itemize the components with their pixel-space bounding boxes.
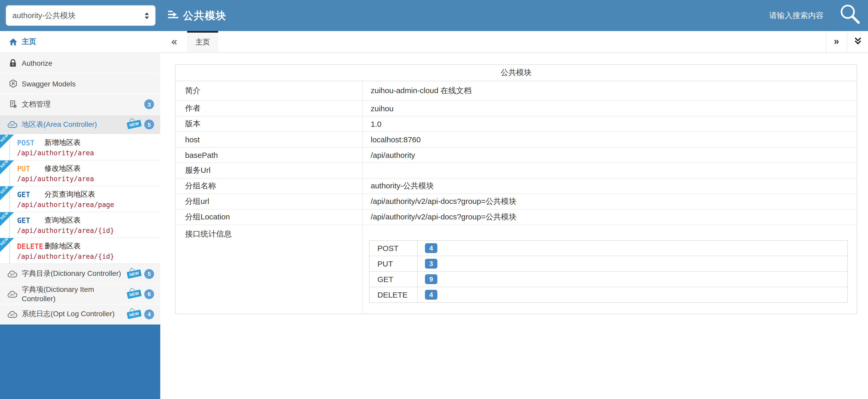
search-input[interactable]: 请输入搜索内容 <box>769 10 824 21</box>
indent-arrow-icon <box>167 9 179 22</box>
method-stats-table: POST 4 PUT 3 GET 9 DELETE <box>369 240 848 303</box>
count-badge: 4 <box>144 309 154 319</box>
sidebar-item-label: Authorize <box>22 59 160 67</box>
endpoint-put-edit-area[interactable]: NEW PUT 修改地区表 /api/authority/area <box>0 161 160 186</box>
row-label: 服务Url <box>176 163 363 178</box>
stats-count-badge: 4 <box>425 243 437 253</box>
group-select-value: authority-公共模块 <box>12 10 142 21</box>
tab-bar: « 主页 » <box>160 31 868 53</box>
svg-text:API: API <box>10 313 14 316</box>
row-label: 作者 <box>176 101 363 116</box>
app-title-wrap: 公共模块 <box>167 8 226 23</box>
sidebar-item-label: 系统日志(Opt Log Controller) <box>22 310 127 319</box>
sidebar-item-label: 字典目录(Dictionary Controller) <box>22 269 127 278</box>
home-icon <box>6 37 20 46</box>
table-row: 简介 zuihou-admin-cloud 在线文档 <box>176 81 857 101</box>
new-ribbon-icon: NEW <box>0 212 14 226</box>
endpoint-path: /api/authority/area/page <box>17 201 160 208</box>
sidebar-item-home[interactable]: 主页 <box>0 31 160 53</box>
endpoint-name: 删除地区表 <box>44 242 81 251</box>
new-tag-icon: NEW <box>127 269 142 279</box>
new-ribbon-icon: NEW <box>0 135 14 148</box>
endpoint-name: 分页查询地区表 <box>44 190 95 199</box>
table-row: 服务Url <box>176 163 857 178</box>
api-cloud-icon: API <box>6 290 20 298</box>
group-select[interactable]: authority-公共模块 <box>6 5 156 26</box>
svg-text:API: API <box>10 273 14 276</box>
sidebar-item-swagger-models[interactable]: Swagger Models <box>0 74 160 94</box>
app-window: authority-公共模块 公共模块 请输入搜索内容 <box>0 0 868 399</box>
row-value: /api/authority/v2/api-docs?group=公共模块 <box>363 209 857 225</box>
sidebar-item-area-controller[interactable]: API 地区表(Area Controller) NEW 5 <box>0 115 160 135</box>
row-label: 分组名称 <box>176 178 363 194</box>
api-cloud-icon: API <box>6 121 20 129</box>
endpoint-post-add-area[interactable]: NEW POST 新增地区表 /api/authority/area <box>0 135 160 161</box>
row-value: zuihou <box>363 101 857 116</box>
table-title: 公共模块 <box>176 65 857 81</box>
tab-home[interactable]: 主页 <box>187 31 218 52</box>
row-label: 分组url <box>176 194 363 209</box>
svg-text:API: API <box>10 293 14 296</box>
api-cloud-icon: API <box>6 270 20 278</box>
endpoint-path: /api/authority/area/{id} <box>17 253 160 260</box>
stats-row: PUT 3 <box>370 256 847 272</box>
stats-method: DELETE <box>370 287 418 302</box>
table-row: 版本 1.0 <box>176 116 857 132</box>
stats-row: DELETE 4 <box>370 287 847 302</box>
sidebar-filler <box>0 324 160 399</box>
sidebar-item-dictionary-item-controller[interactable]: API 字典项(Dictionary Item Controller) NEW … <box>0 284 160 304</box>
sidebar-item-opt-log-controller[interactable]: API 系统日志(Opt Log Controller) NEW 4 <box>0 304 160 324</box>
table-row: 作者 zuihou <box>176 101 857 116</box>
endpoint-name: 修改地区表 <box>44 164 81 173</box>
models-hexagon-icon <box>6 79 20 88</box>
tabs-scroll-right-button[interactable]: » <box>826 31 847 52</box>
row-label: basePath <box>176 147 363 163</box>
endpoint-path: /api/authority/area <box>17 149 160 157</box>
search-icon[interactable] <box>839 4 861 27</box>
stats-count-badge: 4 <box>425 290 437 300</box>
http-method: DELETE <box>17 242 44 251</box>
row-value: authority-公共模块 <box>363 178 857 194</box>
endpoint-list: NEW POST 新增地区表 /api/authority/area NEW P… <box>0 135 160 264</box>
sidebar-item-dictionary-controller[interactable]: API 字典目录(Dictionary Controller) NEW 5 <box>0 264 160 284</box>
tabs-scroll-left-button[interactable]: « <box>166 31 182 52</box>
row-label: 分组Location <box>176 209 363 225</box>
new-tag-icon: NEW <box>127 310 142 319</box>
endpoint-get-page-area[interactable]: NEW GET 分页查询地区表 /api/authority/area/page <box>0 186 160 212</box>
table-row: host localhost:8760 <box>176 132 857 147</box>
row-value <box>363 163 857 178</box>
select-arrows-icon <box>145 12 149 19</box>
tabs-menu-button[interactable] <box>847 31 868 52</box>
stats-count-badge: 3 <box>425 259 437 268</box>
api-cloud-icon: API <box>6 310 20 318</box>
sidebar-item-doc-manage[interactable]: 文档管理 3 <box>0 94 160 115</box>
top-header-bar: authority-公共模块 公共模块 请输入搜索内容 <box>0 0 868 31</box>
endpoint-path: /api/authority/area/{id} <box>17 227 160 234</box>
table-row: 分组Location /api/authority/v2/api-docs?gr… <box>176 209 857 225</box>
table-row: basePath /api/authority <box>176 147 857 163</box>
page-title: 公共模块 <box>183 8 226 23</box>
row-value: /api/authority <box>363 147 857 163</box>
new-ribbon-icon: NEW <box>0 186 14 200</box>
endpoint-delete-area[interactable]: NEW DELETE 删除地区表 /api/authority/area/{id… <box>0 238 160 264</box>
doc-manage-icon <box>6 100 20 109</box>
row-label: 版本 <box>176 116 363 132</box>
sidebar: 主页 Authorize Swagger Models <box>0 31 160 399</box>
count-badge: 3 <box>144 99 154 109</box>
count-badge: 6 <box>144 289 154 299</box>
stats-count-badge: 9 <box>425 274 437 284</box>
table-row-stats: 接口统计信息 POST 4 PUT 3 GET 9 <box>176 225 857 314</box>
http-method: POST <box>17 139 44 147</box>
sidebar-item-label: 字典项(Dictionary Item Controller) <box>22 285 127 303</box>
stats-row: POST 4 <box>370 240 847 256</box>
count-badge: 5 <box>144 269 154 279</box>
chevron-right-icon: » <box>834 36 839 47</box>
sidebar-item-label: 主页 <box>22 37 160 46</box>
row-value: localhost:8760 <box>363 132 857 147</box>
sidebar-item-label: Swagger Models <box>22 80 160 88</box>
stats-method: POST <box>370 240 418 256</box>
table-row: 分组名称 authority-公共模块 <box>176 178 857 194</box>
sidebar-item-authorize[interactable]: Authorize <box>0 53 160 74</box>
lock-icon <box>6 58 20 67</box>
endpoint-get-area-by-id[interactable]: NEW GET 查询地区表 /api/authority/area/{id} <box>0 212 160 238</box>
